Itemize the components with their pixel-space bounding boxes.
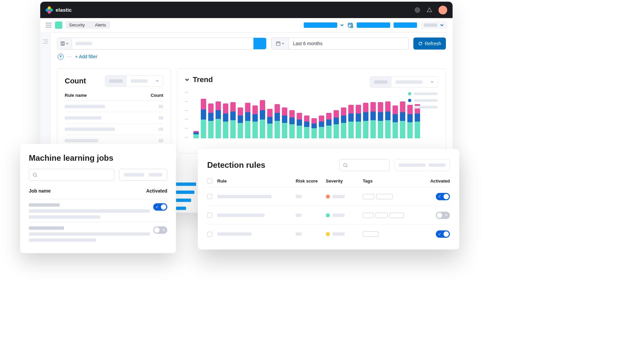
- count-col-count: Count: [151, 93, 163, 98]
- breadcrumb-item-security[interactable]: Security: [66, 21, 89, 29]
- tag-chip[interactable]: [390, 213, 404, 218]
- svg-point-1: [416, 9, 418, 11]
- trend-bar: [201, 99, 206, 138]
- tag-chip[interactable]: [363, 213, 373, 218]
- legend-item[interactable]: [408, 99, 437, 102]
- activated-toggle[interactable]: ✕: [153, 226, 167, 234]
- svg-rect-4: [61, 42, 65, 46]
- date-range-label: Last 6 months: [289, 38, 408, 49]
- row-checkbox[interactable]: [207, 232, 212, 237]
- row-checkbox[interactable]: [207, 194, 212, 199]
- sub-header: Security Alerts: [40, 18, 453, 32]
- svg-point-6: [33, 173, 36, 176]
- filter-icon[interactable]: [58, 54, 64, 60]
- tag-chip[interactable]: [363, 231, 378, 237]
- ml-col-activated: Activated: [146, 188, 167, 194]
- ml-job-row: ✕: [29, 222, 167, 245]
- det-col-rule: Rule: [217, 178, 296, 184]
- legend-item[interactable]: [408, 105, 437, 109]
- refresh-button[interactable]: Refresh: [413, 38, 446, 50]
- trend-bar: [385, 101, 391, 138]
- header-dropdown[interactable]: [420, 21, 447, 29]
- chevron-down-icon: [340, 23, 344, 27]
- trend-bar: [245, 103, 250, 138]
- trend-bar: [208, 103, 214, 138]
- trend-bar: [393, 105, 398, 138]
- detection-search-input[interactable]: [339, 159, 390, 171]
- search-icon: [33, 172, 38, 177]
- news-icon[interactable]: [426, 7, 432, 13]
- trend-bar: [326, 113, 332, 138]
- nav-toggle-icon[interactable]: [46, 23, 52, 27]
- saved-query-icon[interactable]: [57, 38, 72, 49]
- kql-toggle[interactable]: [253, 38, 266, 49]
- calendar-add-icon[interactable]: [347, 22, 353, 28]
- trend-bar: [319, 116, 324, 138]
- row-checkbox[interactable]: [207, 213, 212, 218]
- svg-point-7: [344, 163, 347, 166]
- activated-toggle[interactable]: ✕: [436, 212, 450, 219]
- trend-groupby-select[interactable]: [370, 76, 438, 88]
- det-col-risk: Risk score: [296, 178, 326, 184]
- refresh-icon: [418, 41, 423, 46]
- trend-bar: [415, 104, 420, 138]
- tag-chip[interactable]: [363, 194, 374, 199]
- background-bars: [176, 183, 196, 210]
- detection-table-header: Rule Risk score Severity Tags Activated: [207, 178, 450, 187]
- detection-rules-card: Detection rules Rule Risk score Severity…: [198, 149, 459, 249]
- svg-point-0: [415, 8, 420, 12]
- activated-toggle[interactable]: ✓: [436, 193, 450, 200]
- activated-toggle[interactable]: ✓: [436, 230, 450, 238]
- ml-col-job: Job name: [29, 188, 51, 194]
- select-all-checkbox[interactable]: [207, 178, 212, 184]
- trend-bar: [356, 105, 361, 138]
- brand-name: elastic: [56, 7, 72, 13]
- det-col-tags: Tags: [363, 178, 423, 184]
- trend-panel-title: Trend: [193, 75, 213, 84]
- panels-row: Count Rule name Count: [57, 68, 446, 153]
- user-avatar[interactable]: [438, 6, 447, 14]
- ml-filter-button[interactable]: [119, 169, 167, 181]
- det-col-activated: Activated: [423, 178, 450, 184]
- trend-panel: Trend: [177, 68, 446, 153]
- trend-bar: [193, 131, 199, 138]
- chevron-down-icon[interactable]: [185, 77, 189, 82]
- tag-chip[interactable]: [376, 194, 393, 199]
- detection-filter-button[interactable]: [394, 159, 450, 171]
- detection-card-title: Detection rules: [207, 160, 265, 170]
- kql-input[interactable]: [57, 38, 267, 50]
- count-row: [65, 101, 163, 112]
- header-link-1[interactable]: [304, 22, 344, 28]
- breadcrumb: Security Alerts: [66, 21, 110, 29]
- date-range-picker[interactable]: Last 6 months: [271, 38, 409, 50]
- trend-legend: [408, 92, 437, 109]
- space-chip[interactable]: [55, 21, 62, 29]
- refresh-label: Refresh: [425, 41, 441, 46]
- legend-item[interactable]: [408, 92, 437, 95]
- activated-toggle[interactable]: ✓: [153, 203, 167, 211]
- count-groupby-select[interactable]: [105, 75, 163, 87]
- header-link-3[interactable]: [394, 22, 417, 28]
- count-row: [65, 124, 163, 135]
- count-panel: Count Rule name Count: [57, 68, 171, 153]
- det-col-severity: Severity: [326, 178, 363, 184]
- expand-sidebar-icon: [43, 40, 48, 44]
- ml-card-title: Machine learning jobs: [29, 153, 167, 163]
- brand-cluster: elastic: [46, 6, 72, 14]
- help-icon[interactable]: [414, 7, 420, 13]
- query-bar: Last 6 months Refresh: [57, 38, 446, 50]
- trend-bar: [341, 107, 346, 138]
- chevron-down-icon: [430, 80, 434, 84]
- trend-bar: [238, 107, 243, 138]
- filter-bar: + Add filter: [57, 54, 446, 60]
- breadcrumb-item-alerts[interactable]: Alerts: [89, 21, 110, 29]
- ml-search-input[interactable]: [29, 169, 114, 181]
- tag-chip[interactable]: [375, 213, 387, 218]
- trend-bar: [304, 116, 309, 138]
- trend-bar: [230, 102, 236, 138]
- add-filter-button[interactable]: + Add filter: [75, 54, 98, 59]
- severity-dot: [326, 213, 330, 217]
- header-link-2[interactable]: [357, 22, 390, 28]
- trend-bar: [275, 104, 280, 138]
- trend-bar: [348, 105, 354, 138]
